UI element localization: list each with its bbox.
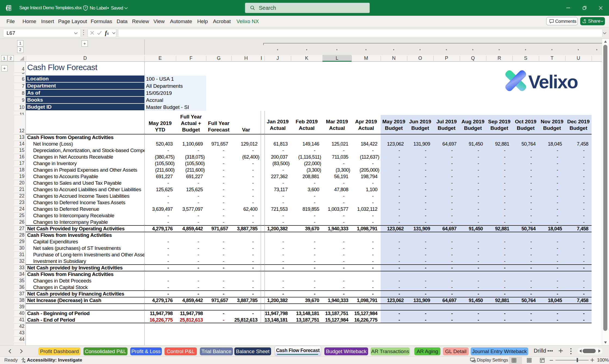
svg-text:?: ? — [85, 6, 86, 10]
svg-text:Velixo: Velixo — [528, 71, 578, 92]
